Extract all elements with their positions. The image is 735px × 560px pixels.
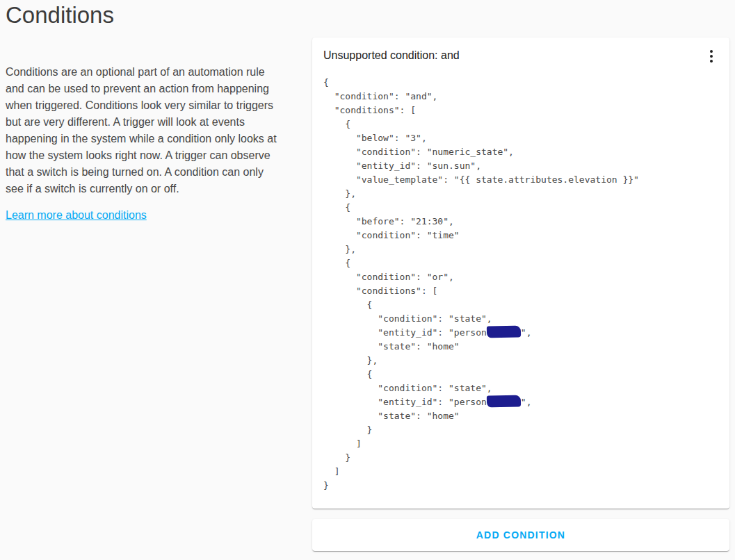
- condition-card-title: Unsupported condition: and: [323, 48, 460, 63]
- page-title: Conditions: [6, 1, 114, 29]
- condition-json-code: { "condition": "and", "conditions": [ { …: [323, 76, 718, 493]
- more-vert-icon: [710, 50, 713, 63]
- add-condition-button[interactable]: ADD CONDITION: [476, 529, 565, 541]
- conditions-page: Conditions Conditions are an optional pa…: [0, 0, 735, 560]
- redaction-blob: [487, 395, 521, 407]
- add-condition-card: ADD CONDITION: [312, 519, 729, 551]
- overflow-menu-button[interactable]: [702, 47, 721, 66]
- conditions-intro: Conditions are an optional part of an au…: [6, 64, 300, 224]
- condition-card-header: Unsupported condition: and: [312, 38, 729, 66]
- condition-card: Unsupported condition: and { "condition"…: [312, 38, 729, 509]
- conditions-description: Conditions are an optional part of an au…: [6, 64, 300, 197]
- redaction-blob: [487, 325, 521, 338]
- learn-more-link[interactable]: Learn more about conditions: [6, 207, 147, 224]
